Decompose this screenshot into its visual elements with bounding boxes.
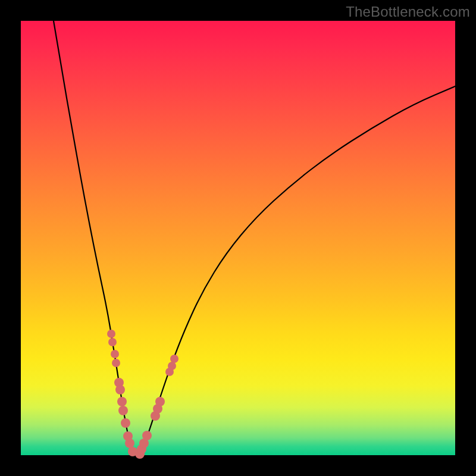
data-dot [112,359,120,367]
data-dot [142,431,152,440]
data-dot [115,385,125,394]
data-dot [155,397,165,406]
plot-area [21,21,455,455]
data-dot [111,350,119,358]
data-dot [168,362,176,370]
data-dot [108,338,117,346]
curve-right-branch [140,86,455,455]
data-dot [117,397,127,406]
chart-frame: TheBottleneck.com [0,0,476,476]
scatter-dots [107,330,178,459]
curves-svg [21,21,455,455]
data-dot [121,418,130,428]
watermark-text: TheBottleneck.com [346,4,470,20]
data-dot [107,330,115,338]
data-dot [170,355,178,363]
data-dot [125,439,134,448]
data-dot [118,406,128,415]
